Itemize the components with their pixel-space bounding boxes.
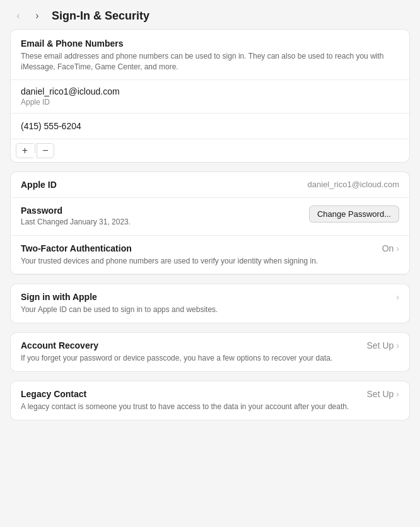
account-recovery-chevron-icon: › [396,340,399,350]
sign-in-apple-description: Your Apple ID can be used to sign in to … [21,304,399,315]
sign-in-apple-card: Sign in with Apple › Your Apple ID can b… [10,284,410,323]
sign-in-apple-row[interactable]: Sign in with Apple › Your Apple ID can b… [11,284,409,323]
legacy-contact-description: A legacy contact is someone you trust to… [21,402,399,412]
account-settings-card: Apple ID daniel_rico1@icloud.com Passwor… [10,171,410,275]
password-sublabel: Last Changed January 31, 2023. [21,217,301,228]
password-row-left: Password Last Changed January 31, 2023. [21,206,301,228]
account-recovery-label: Account Recovery [21,340,367,350]
action-divider [35,143,35,153]
two-factor-description: Your trusted devices and phone numbers a… [21,256,399,267]
sign-in-apple-top: Sign in with Apple › [21,292,399,302]
email-phone-card: Email & Phone Numbers These email addres… [10,29,410,163]
forward-icon: › [35,10,38,21]
password-label: Password [21,206,301,216]
password-row: Password Last Changed January 31, 2023. … [11,198,409,236]
remove-button[interactable]: − [37,143,54,158]
two-factor-right: On › [382,243,399,253]
add-button[interactable]: + [16,143,33,158]
content-area: Email & Phone Numbers These email addres… [0,29,420,527]
change-password-button[interactable]: Change Password... [309,206,399,223]
apple-id-label: Apple ID [21,180,308,190]
legacy-contact-card: Legacy Contact Set Up › A legacy contact… [10,381,410,420]
email-phone-title: Email & Phone Numbers [21,38,399,49]
legacy-contact-label: Legacy Contact [21,389,367,399]
two-factor-top: Two-Factor Authentication On › [21,243,399,253]
card-actions: + − [11,139,409,162]
back-button[interactable]: ‹ [10,9,26,23]
account-recovery-row[interactable]: Account Recovery Set Up › If you forget … [11,333,409,371]
two-factor-row[interactable]: Two-Factor Authentication On › Your trus… [11,236,409,275]
phone-item[interactable]: (415) 555-6204 [11,113,409,139]
page-title: Sign-In & Security [52,9,149,23]
apple-id-row: Apple ID daniel_rico1@icloud.com [11,172,409,198]
account-recovery-top: Account Recovery Set Up › [21,340,399,350]
two-factor-status: On [382,243,394,253]
email-address: daniel_rico1@icloud.com [21,86,399,96]
forward-button[interactable]: › [29,9,45,23]
phone-number: (415) 555-6204 [21,121,399,131]
account-recovery-card: Account Recovery Set Up › If you forget … [10,332,410,372]
back-icon: ‹ [16,10,20,21]
sign-in-apple-chevron-icon: › [396,292,399,302]
sign-in-apple-label: Sign in with Apple [21,292,396,302]
header: ‹ › Sign-In & Security [0,0,420,29]
legacy-contact-top: Legacy Contact Set Up › [21,389,399,399]
legacy-contact-chevron-icon: › [396,389,399,399]
email-type-label: Apple ID [21,98,399,107]
two-factor-label: Two-Factor Authentication [21,243,382,253]
email-phone-header: Email & Phone Numbers These email addres… [11,30,409,80]
legacy-contact-action: Set Up [367,389,394,399]
password-row-right: Change Password... [309,206,399,223]
legacy-contact-right: Set Up › [367,389,399,399]
account-recovery-action: Set Up [367,340,394,350]
two-factor-chevron-icon: › [396,243,399,253]
apple-id-value: daniel_rico1@icloud.com [308,180,399,189]
email-phone-description: These email addresses and phone numbers … [21,51,399,73]
sign-in-apple-right: › [396,292,399,302]
window: ‹ › Sign-In & Security Email & Phone Num… [0,0,420,527]
email-item[interactable]: daniel_rico1@icloud.com Apple ID [11,80,409,113]
legacy-contact-row[interactable]: Legacy Contact Set Up › A legacy contact… [11,381,409,420]
account-recovery-description: If you forget your password or device pa… [21,353,399,364]
account-recovery-right: Set Up › [367,340,399,350]
